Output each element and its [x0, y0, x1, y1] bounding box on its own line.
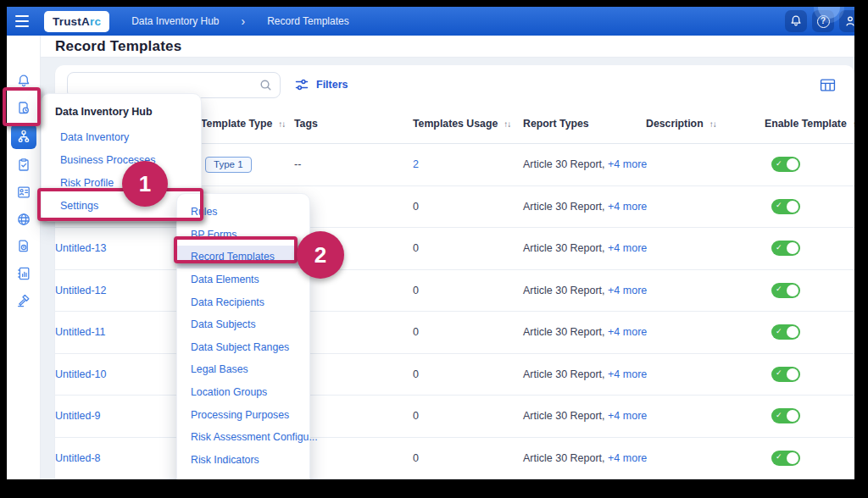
enable-template-toggle[interactable]: ✓: [771, 199, 800, 214]
report-types-text: Article 30 Report,: [523, 452, 605, 464]
check-icon: ✓: [776, 411, 782, 419]
tags-cell: --: [288, 158, 407, 170]
submenu-item-legal-bases[interactable]: Legal Bases: [177, 358, 309, 381]
header-description[interactable]: Description↑↓: [640, 118, 759, 130]
usage-cell: 0: [407, 368, 517, 380]
template-name-link[interactable]: Untitled-9: [55, 410, 101, 422]
trustarc-logo: TrustArc: [44, 11, 109, 32]
enable-template-toggle[interactable]: ✓: [771, 157, 800, 172]
breadcrumb-data-inventory-hub[interactable]: Data Inventory Hub: [131, 15, 219, 27]
sidebar-assessments-icon[interactable]: [11, 153, 36, 176]
template-name-link[interactable]: Untitled-12: [55, 285, 106, 296]
filters-sliders-icon: [294, 77, 309, 92]
submenu-item-risk-assessment-config[interactable]: Risk Assessment Configu...: [177, 426, 309, 449]
logo-text-dark: TrustA: [53, 15, 90, 28]
sidebar-records-notebook-icon[interactable]: [11, 262, 36, 285]
table-row: Untitled-13 0 Article 30 Report, +4 more…: [55, 228, 854, 270]
template-name-link[interactable]: Untitled-10: [55, 368, 106, 380]
header-template-type[interactable]: Template Type↑↓: [195, 118, 288, 130]
submenu-item-risk-indicators[interactable]: Risk Indicators: [177, 449, 309, 472]
template-name-link[interactable]: Untitled-13: [55, 242, 106, 254]
breadcrumb-record-templates[interactable]: Record Templates: [267, 15, 349, 27]
table-row: Untitled-9 0 Article 30 Report, +4 more …: [55, 396, 854, 438]
menu-item-business-processes[interactable]: Business Processes: [52, 148, 191, 171]
screenshot-frame: TrustArc Data Inventory Hub › Record Tem…: [0, 0, 868, 498]
more-report-types-link[interactable]: +4 more: [608, 368, 647, 380]
sort-icon: ↑↓: [504, 119, 510, 129]
usage-cell: 0: [407, 242, 517, 254]
check-icon: ✓: [776, 201, 782, 209]
submenu-item-bp-forms[interactable]: BP Forms: [177, 224, 309, 246]
submenu-item-record-templates[interactable]: Record Templates: [177, 246, 309, 268]
usage-cell: 0: [407, 452, 517, 464]
filters-label: Filters: [316, 79, 348, 91]
header-report-types: Report Types: [517, 118, 640, 130]
column-settings-button[interactable]: [820, 77, 836, 93]
notifications-button[interactable]: [785, 10, 807, 32]
sidebar-reports-icon[interactable]: [11, 97, 36, 119]
check-icon: ✓: [776, 368, 782, 377]
header-templates-usage[interactable]: Templates Usage↑↓: [407, 118, 517, 130]
more-report-types-link[interactable]: +4 more: [608, 452, 647, 464]
table-row: Untitled-10 0 Article 30 Report, +4 more…: [55, 354, 854, 396]
usage-count-link[interactable]: 2: [413, 158, 419, 170]
enable-template-toggle[interactable]: ✓: [771, 324, 800, 340]
sidebar-locations-globe-icon[interactable]: [11, 208, 36, 230]
sidebar-data-inventory-hub-icon[interactable]: [11, 124, 36, 149]
usage-cell: 0: [407, 285, 517, 296]
usage-cell: 0: [407, 326, 517, 338]
template-type-badge: Type 1: [205, 157, 252, 173]
menu-item-risk-profile[interactable]: Risk Profile: [52, 171, 191, 194]
more-report-types-link[interactable]: +4 more: [608, 410, 647, 422]
sidebar-notifications-icon[interactable]: [11, 69, 36, 92]
table-row: Untitled-12 0 Article 30 Report, +4 more…: [55, 270, 854, 313]
menu-item-settings[interactable]: Settings›: [52, 194, 191, 217]
more-report-types-link[interactable]: +4 more: [608, 326, 647, 338]
sidebar-policies-icon[interactable]: [11, 235, 36, 257]
check-icon: ✓: [776, 159, 782, 168]
template-name-link[interactable]: Untitled-8: [55, 452, 101, 464]
settings-submenu: Rules BP Forms Record Templates Data Ele…: [176, 193, 310, 479]
report-types-text: Article 30 Report,: [523, 201, 605, 213]
enable-template-toggle[interactable]: ✓: [771, 283, 800, 298]
sidebar-legal-gavel-icon[interactable]: [11, 289, 36, 312]
enable-template-toggle[interactable]: ✓: [771, 451, 800, 466]
header-tags: Tags: [288, 118, 407, 130]
sidebar-contacts-icon[interactable]: [11, 180, 36, 203]
submenu-item-data-subject-ranges[interactable]: Data Subject Ranges: [177, 336, 309, 359]
filters-button[interactable]: Filters: [294, 77, 348, 92]
table-columns-icon: [820, 77, 836, 93]
submenu-item-processing-purposes[interactable]: Processing Purposes: [177, 403, 309, 426]
bell-icon: [789, 14, 803, 28]
submenu-item-data-recipients[interactable]: Data Recipients: [177, 290, 309, 313]
more-report-types-link[interactable]: +4 more: [608, 201, 647, 213]
enable-template-toggle[interactable]: ✓: [771, 241, 800, 256]
more-report-types-link[interactable]: +4 more: [608, 285, 647, 296]
report-types-text: Article 30 Report,: [523, 326, 605, 338]
enable-template-toggle[interactable]: ✓: [771, 408, 800, 423]
enable-template-toggle[interactable]: ✓: [771, 367, 800, 382]
more-report-types-link[interactable]: +4 more: [608, 158, 647, 170]
hamburger-menu-icon[interactable]: [15, 14, 32, 28]
template-name-link[interactable]: Untitled-11: [55, 326, 106, 338]
check-icon: ✓: [776, 243, 782, 252]
check-icon: ✓: [776, 452, 782, 461]
breadcrumb-chevron-icon: ›: [242, 14, 246, 28]
table-row: Untitled-11 0 Article 30 Report, +4 more…: [55, 312, 854, 354]
app-window: TrustArc Data Inventory Hub › Record Tem…: [7, 7, 854, 479]
submenu-item-data-subjects[interactable]: Data Subjects: [177, 313, 309, 336]
sort-icon: ↑↓: [853, 119, 854, 129]
user-profile-button[interactable]: [839, 10, 854, 32]
header-enable-template[interactable]: Enable Template↑↓: [759, 118, 854, 130]
submenu-item-data-elements[interactable]: Data Elements: [177, 268, 309, 291]
menu-title: Data Inventory Hub: [52, 106, 191, 118]
submenu-item-location-groups[interactable]: Location Groups: [177, 381, 309, 404]
more-report-types-link[interactable]: +4 more: [608, 242, 647, 254]
search-icon: [259, 78, 273, 92]
top-navigation-bar: TrustArc Data Inventory Hub › Record Tem…: [7, 7, 854, 36]
table-row: Untitled-8 0 Article 30 Report, +4 more …: [55, 438, 854, 480]
report-types-text: Article 30 Report,: [523, 368, 605, 380]
page-title-bar: Record Templates: [41, 36, 854, 58]
menu-item-data-inventory[interactable]: Data Inventory: [52, 125, 191, 148]
submenu-item-rules[interactable]: Rules: [177, 201, 309, 224]
